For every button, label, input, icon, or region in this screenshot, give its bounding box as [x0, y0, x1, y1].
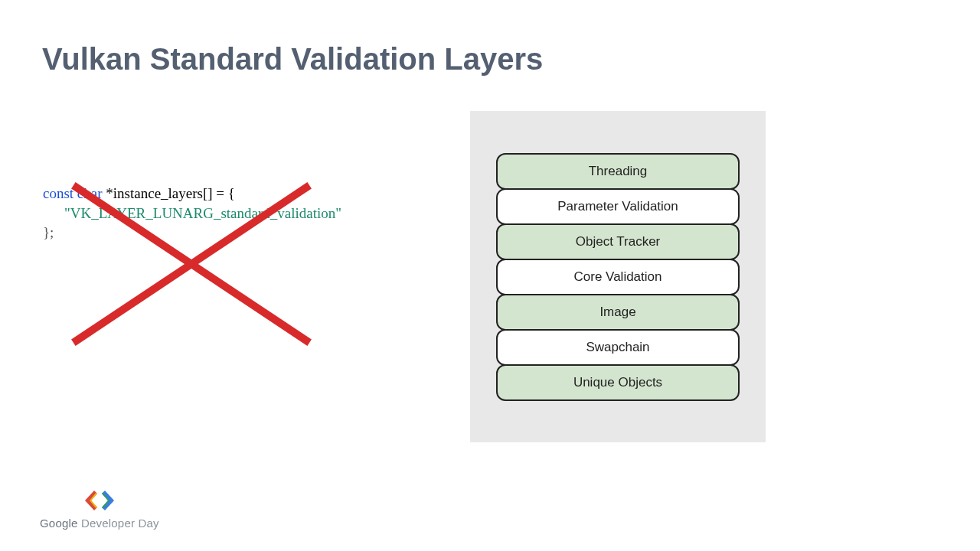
layer-stack: Threading Parameter Validation Object Tr… — [496, 153, 740, 401]
layers-panel: Threading Parameter Validation Object Tr… — [470, 111, 766, 442]
code-block: const char *instance_layers[] = { "VK_LA… — [43, 184, 387, 243]
developer-logo-icon — [80, 487, 119, 514]
footer-logo: Google Developer Day — [40, 487, 159, 530]
footer-event: Developer Day — [78, 517, 159, 530]
code-keyword: const char — [43, 185, 103, 201]
layer-item: Object Tracker — [496, 223, 740, 260]
footer-text: Google Developer Day — [40, 517, 159, 530]
code-declaration: *instance_layers[] = { — [103, 185, 235, 201]
slide-title: Vulkan Standard Validation Layers — [42, 42, 543, 77]
layer-item: Parameter Validation — [496, 188, 740, 225]
layer-item: Image — [496, 294, 740, 331]
code-string-literal: "VK_LAYER_LUNARG_standard_validation" — [64, 205, 341, 221]
layer-item: Threading — [496, 153, 740, 190]
layer-item: Swapchain — [496, 329, 740, 366]
code-snippet-block: const char *instance_layers[] = { "VK_LA… — [43, 184, 387, 243]
code-line-2: "VK_LAYER_LUNARG_standard_validation" — [43, 204, 387, 223]
code-line-1: const char *instance_layers[] = { — [43, 184, 387, 204]
footer-brand: Google — [40, 517, 78, 530]
layer-item: Core Validation — [496, 259, 740, 295]
layer-item: Unique Objects — [496, 364, 740, 401]
code-close: }; — [43, 224, 54, 240]
code-line-3: }; — [43, 223, 387, 243]
